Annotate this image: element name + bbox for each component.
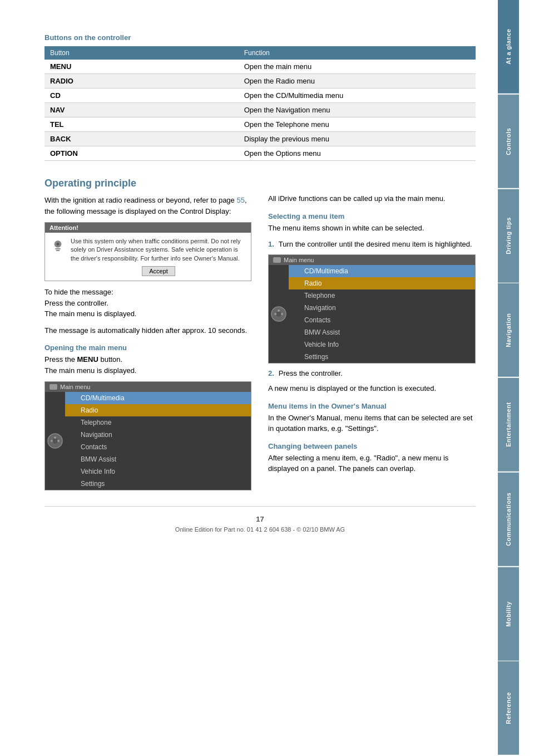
step2-result: A new menu is displayed or the function …: [268, 383, 476, 394]
menu-item: Radio: [289, 277, 475, 289]
button-name: TEL: [44, 117, 239, 132]
changing-panels-text: After selecting a menu item, e.g. "Radio…: [268, 453, 476, 474]
svg-point-6: [51, 440, 53, 442]
controller-side-right: [269, 265, 289, 363]
attention-header: Attention!: [45, 223, 251, 233]
table-row: TELOpen the Telephone menu: [44, 117, 476, 132]
step-2: 2. Press the controller.: [268, 368, 476, 379]
controller-icon: [50, 237, 66, 254]
owners-manual-heading: Menu items in the Owner's Manual: [268, 402, 476, 410]
menu-item: BMW Assist: [289, 326, 475, 338]
svg-point-5: [52, 438, 58, 444]
page-link[interactable]: 55: [236, 196, 244, 204]
sidebar-tab-communications[interactable]: Communications: [498, 473, 519, 566]
menu-item: BMW Assist: [65, 453, 251, 465]
menu-item: Vehicle Info: [289, 338, 475, 351]
svg-point-7: [57, 440, 60, 442]
menu-item: CD/Multimedia: [289, 265, 475, 277]
attention-body: Use this system only when traffic condit…: [45, 233, 251, 281]
sidebar-tab-at-a-glance[interactable]: At a glance: [498, 0, 519, 94]
menu-item: Radio: [65, 404, 251, 416]
controller-knob-svg-right: [271, 300, 286, 328]
owners-manual-text: In the Owner's Manual, menu items that c…: [268, 413, 476, 434]
table-row: BACKDisplay the previous menu: [44, 132, 476, 146]
svg-rect-2: [55, 248, 61, 249]
menu-item: Settings: [289, 351, 475, 363]
page-wrapper: Buttons on the controller Button Functio…: [0, 0, 534, 756]
menu-with-controller-right: CD/MultimediaRadioTelephoneNavigationCon…: [269, 265, 475, 363]
menu-item: Settings: [65, 478, 251, 490]
step1-text: Turn the controller until the desired me…: [279, 239, 472, 250]
menu-item: Navigation: [289, 302, 475, 314]
button-function: Open the Options menu: [239, 146, 476, 161]
menu-screenshot-right: Main menu CD: [268, 254, 476, 364]
controller-table: Button Function MENUOpen the main menuRA…: [44, 46, 476, 161]
sidebar-tab-driving-tips[interactable]: Driving tips: [498, 189, 519, 283]
sidebar-tab-entertainment[interactable]: Entertainment: [498, 378, 519, 472]
menu-title-right: Main menu: [284, 257, 314, 263]
svg-point-10: [276, 311, 281, 317]
table-row: NAVOpen the Navigation menu: [44, 103, 476, 117]
menu-title-bar-right: Main menu: [269, 255, 475, 265]
menu-item: Telephone: [65, 416, 251, 429]
menu-item: Contacts: [289, 314, 475, 326]
button-function: Open the Telephone menu: [239, 117, 476, 132]
menu-icon-left: [50, 384, 57, 390]
button-function: Display the previous menu: [239, 132, 476, 146]
main-content: Buttons on the controller Button Functio…: [0, 0, 498, 756]
sidebar-tab-navigation[interactable]: Navigation: [498, 283, 519, 377]
buttons-section: Buttons on the controller Button Functio…: [44, 33, 476, 161]
menu-with-controller-left: CD/MultimediaRadioTelephoneNavigationCon…: [45, 392, 251, 490]
op-right-column: All iDrive functions can be called up vi…: [268, 178, 476, 495]
menu-items-left: CD/MultimediaRadioTelephoneNavigationCon…: [65, 392, 251, 490]
page-footer: 17 Online Edition for Part no. 01 41 2 6…: [44, 506, 476, 541]
col-button-header: Button: [44, 46, 239, 60]
auto-hide-text: The message is automatically hidden afte…: [44, 325, 251, 336]
step-1: 1. Turn the controller until the desired…: [268, 239, 476, 250]
table-row: CDOpen the CD/Multimedia menu: [44, 89, 476, 103]
table-row: RADIOOpen the Radio menu: [44, 74, 476, 89]
sidebar: At a glanceControlsDriving tipsNavigatio…: [498, 0, 519, 756]
op-intro: With the ignition at radio readiness or …: [44, 195, 251, 217]
accept-button[interactable]: Accept: [142, 266, 175, 276]
step2-text: Press the controller.: [279, 368, 343, 379]
svg-point-8: [54, 436, 56, 439]
opening-main-menu-heading: Opening the main menu: [44, 343, 251, 352]
page-number: 17: [44, 515, 476, 523]
button-name: OPTION: [44, 146, 239, 161]
button-name: BACK: [44, 132, 239, 146]
table-row: MENUOpen the main menu: [44, 60, 476, 74]
svg-point-1: [57, 243, 60, 246]
menu-title-bar-left: Main menu: [45, 382, 251, 392]
op-left-column: Operating principle With the ignition at…: [44, 178, 251, 495]
button-name: RADIO: [44, 74, 239, 89]
button-function: Open the Navigation menu: [239, 103, 476, 117]
menu-item: Navigation: [65, 429, 251, 441]
svg-point-12: [281, 313, 283, 315]
button-name: MENU: [44, 60, 239, 74]
menu-item: Telephone: [289, 289, 475, 302]
menu-screenshot-left: Main menu CD: [44, 381, 251, 490]
attention-box: Attention! Use this system only when tra…: [44, 222, 251, 281]
button-name: CD: [44, 89, 239, 103]
buttons-section-title: Buttons on the controller: [44, 33, 476, 42]
menu-title-left: Main menu: [60, 384, 90, 390]
selecting-text: The menu items shown in white can be sel…: [268, 223, 476, 234]
button-name: NAV: [44, 103, 239, 117]
menu-bold: MENU: [77, 355, 98, 364]
menu-item: Contacts: [65, 441, 251, 453]
menu-item: CD/Multimedia: [65, 392, 251, 404]
op-heading: Operating principle: [44, 178, 251, 189]
footer-text: Online Edition for Part no. 01 41 2 604 …: [44, 526, 476, 533]
sidebar-tab-controls[interactable]: Controls: [498, 95, 519, 188]
button-function: Open the main menu: [239, 60, 476, 74]
menu-item: Vehicle Info: [65, 465, 251, 478]
controller-side-left: [45, 392, 65, 490]
menu-items-right: CD/MultimediaRadioTelephoneNavigationCon…: [289, 265, 475, 363]
sidebar-tab-mobility[interactable]: Mobility: [498, 567, 519, 661]
svg-point-11: [274, 313, 276, 315]
selecting-heading: Selecting a menu item: [268, 212, 476, 220]
changing-panels-heading: Changing between panels: [268, 442, 476, 450]
table-row: OPTIONOpen the Options menu: [44, 146, 476, 161]
sidebar-tab-reference[interactable]: Reference: [498, 661, 519, 755]
